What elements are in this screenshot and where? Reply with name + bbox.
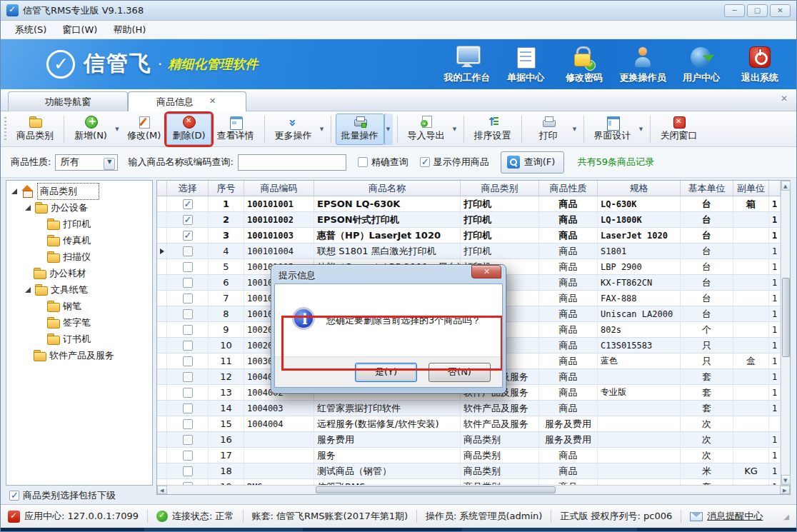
row-checkbox[interactable] [183,466,193,476]
toolbar-button-更多操作[interactable]: 更多操作 [269,114,318,145]
row-checkbox[interactable] [183,231,193,241]
row-checkbox[interactable] [183,262,193,272]
tree-item-打印机[interactable]: 打印机 [6,216,152,232]
tab-close-icon[interactable] [209,98,218,106]
row-checkbox[interactable] [183,215,193,225]
row-select-cell[interactable] [167,291,209,306]
search-input[interactable] [238,154,346,171]
table-row[interactable]: 17服务商品类别商品次1 [157,448,781,463]
row-checkbox[interactable] [183,372,193,382]
status-message-center[interactable]: 消息提醒中心 [681,510,771,523]
banner-action[interactable]: 更换操作员 [613,44,672,84]
table-row[interactable]: 151004004远程服务(数据修复/软件安装)软件产品及服务服务及费用次 [157,416,781,432]
row-checkbox[interactable] [183,451,193,461]
banner-action[interactable]: 修改密码 [555,44,613,84]
row-select-cell[interactable] [167,448,209,463]
vertical-scrollbar[interactable] [781,181,790,485]
header-cell-副单位[interactable]: 副单位 [733,181,769,196]
toolbar-button-界面设计[interactable]: 界面设计 [588,114,637,145]
dialog-close-icon[interactable] [471,265,501,278]
horizontal-scroll-thumb[interactable] [316,486,556,493]
header-cell-商品性质[interactable]: 商品性质 [539,181,598,196]
scroll-up-icon[interactable] [781,181,791,191]
tree-item-办公耗材[interactable]: 办公耗材 [6,265,152,281]
row-checkbox[interactable] [183,293,193,303]
toolbar-button-查看详情[interactable]: 查看详情 [211,114,260,145]
row-checkbox[interactable] [183,388,193,398]
row-checkbox[interactable] [183,341,193,351]
dropdown-arrow-icon[interactable] [571,114,579,145]
header-cell-规格[interactable]: 规格 [598,181,681,196]
table-row[interactable]: 141004003红管家票据打印软件软件产品及服务商品套1 [157,401,781,416]
scroll-right-icon[interactable] [780,486,790,494]
tree-item-扫描仪[interactable]: 扫描仪 [6,249,152,265]
table-row[interactable]: 4100101004联想 S1801 黑白激光打印机打印机商品S1801台1 [157,244,781,259]
toolbar-button-商品类别[interactable]: 商品类别 [11,114,59,145]
row-select-cell[interactable] [167,244,209,259]
dropdown-arrow-icon[interactable] [637,114,646,145]
table-row[interactable]: 19RMS信管飞RMS商品类别商品套1 [157,479,781,485]
close-button[interactable] [770,4,791,17]
dropdown-arrow-icon[interactable] [384,114,393,145]
tree-item-商品类别[interactable]: 商品类别 [6,183,152,199]
header-cell-商品名称[interactable]: 商品名称 [314,181,461,196]
table-row[interactable]: 2100101002EPSON针式打印机打印机商品LQ-1800K台1 [157,212,781,228]
message-center-link[interactable]: 消息提醒中心 [707,510,763,523]
tree-item-办公设备[interactable]: 办公设备 [6,199,152,216]
row-select-cell[interactable] [167,212,209,227]
row-select-cell[interactable] [167,322,209,337]
show-disabled-checkbox[interactable]: 显示停用商品 [420,156,489,169]
include-sublevel-checkbox[interactable]: 商品类别选择包括下级 [9,489,116,502]
toolbar-button-打印[interactable]: 打印 [526,114,571,145]
table-row[interactable]: 3100101003惠普（HP）LaserJet 1020打印机商品LaserJ… [157,228,781,244]
header-cell-选择[interactable]: 选择 [167,181,209,196]
row-select-cell[interactable] [167,196,209,211]
vertical-scroll-thumb[interactable] [782,278,790,357]
tree-item-文具纸笔[interactable]: 文具纸笔 [6,281,152,298]
tree-item-软件产品及服务[interactable]: 软件产品及服务 [6,347,152,363]
toolbar-button-关闭窗口[interactable]: 关闭窗口 [655,114,703,145]
row-select-cell[interactable] [167,463,209,478]
scroll-left-icon[interactable] [157,486,167,494]
row-select-cell[interactable] [167,479,209,485]
row-checkbox[interactable] [183,419,193,429]
menu-help[interactable]: 帮助(H) [106,21,153,39]
toolbar-button-删除(D)[interactable]: 删除(D) [166,114,211,145]
row-checkbox[interactable] [183,325,193,335]
table-row[interactable]: 18测试商品（钢管）商品类别商品米KG1 [157,463,781,479]
query-button[interactable]: 查询(F) [501,151,565,174]
row-select-cell[interactable] [167,338,209,353]
tree-item-传真机[interactable]: 传真机 [6,232,152,249]
tab-product-info[interactable]: 商品信息 [128,91,246,111]
row-checkbox[interactable] [183,246,193,256]
row-checkbox[interactable] [183,199,193,209]
dropdown-arrow-icon[interactable] [451,114,459,145]
exact-query-checkbox[interactable]: 精确查询 [358,156,408,169]
tree-expander-icon[interactable] [25,205,31,211]
banner-action[interactable]: 退出系统 [731,44,789,84]
tree-item-订书机[interactable]: 订书机 [6,331,152,347]
dropdown-arrow-icon[interactable] [318,114,326,145]
header-cell-商品类别[interactable]: 商品类别 [461,181,539,196]
banner-action[interactable]: 单据中心 [496,44,555,84]
row-select-cell[interactable] [167,275,209,290]
header-cell-商品编码[interactable]: 商品编码 [244,181,314,196]
header-cell-序号[interactable]: 序号 [209,181,244,196]
horizontal-scrollbar[interactable] [157,485,790,494]
row-checkbox[interactable] [183,435,193,445]
minimize-button[interactable] [724,4,745,17]
row-select-cell[interactable] [167,432,209,447]
banner-action[interactable]: 用户中心 [672,44,731,84]
tree-expander-icon[interactable] [11,189,17,194]
scroll-down-icon[interactable] [781,475,791,485]
row-select-cell[interactable] [167,306,209,321]
row-checkbox[interactable] [183,403,193,413]
row-select-cell[interactable] [167,228,209,243]
toolbar-button-导入导出[interactable]: 导入导出 [402,114,451,145]
menu-window[interactable]: 窗口(W) [55,21,104,39]
tabstrip-close-icon[interactable] [781,94,791,104]
row-select-cell[interactable] [167,385,209,400]
table-row[interactable]: 16服务费用商品类别服务及费用次1 [157,432,781,448]
tree-expander-icon[interactable] [25,287,31,293]
nature-select[interactable]: 所有 [55,154,118,171]
